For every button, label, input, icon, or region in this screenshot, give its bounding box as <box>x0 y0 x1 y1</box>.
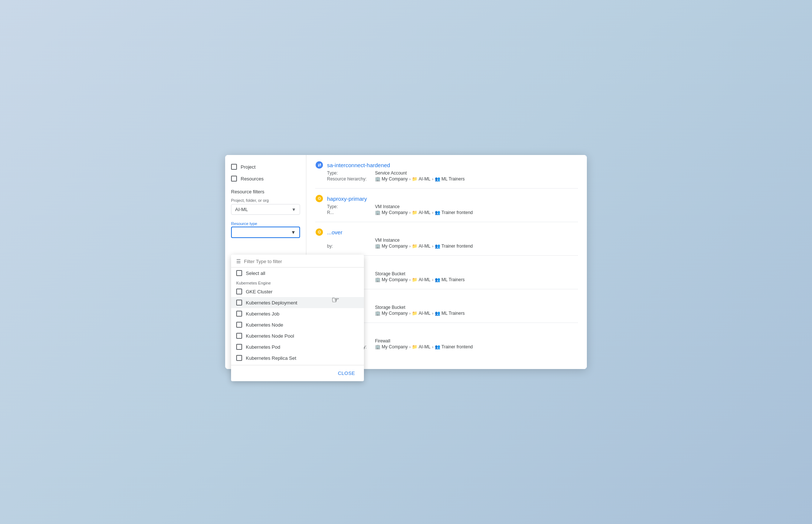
hier-group-3: Trainer frontend <box>441 244 473 249</box>
select-all-checkbox[interactable] <box>236 270 242 276</box>
sidebar-item-project[interactable]: Project <box>225 161 306 173</box>
resource-filters-title: Resource filters <box>231 189 300 194</box>
vm-icon-2: ⚙ <box>316 228 323 236</box>
hier-group-5: ML Trainers <box>441 311 465 316</box>
resource-link-over[interactable]: ...over <box>327 229 343 235</box>
k8s-node-label: Kubernetes Node <box>246 322 283 328</box>
k8s-deployment-checkbox[interactable] <box>236 300 242 306</box>
dropdown-item-k8s-node[interactable]: Kubernetes Node <box>231 319 364 330</box>
hier-sep-1: › <box>409 177 411 181</box>
k8s-replica-set-checkbox[interactable] <box>236 355 242 361</box>
chevron-down-icon-resource: ▼ <box>291 230 296 235</box>
k8s-job-label: Kubernetes Job <box>246 311 279 317</box>
resource-entry-sa-interconnect-hardened: ⇄ sa-interconnect-hardened Type: Service… <box>315 155 578 189</box>
k8s-node-checkbox[interactable] <box>236 322 242 328</box>
hierarchy-row-sa: Resource hierarchy: 🏢 My Company › 📁 AI-… <box>327 176 578 182</box>
dropdown-filter-input[interactable] <box>244 259 359 264</box>
hierarchy-row-over: by: 🏢My Company › 📁AI-ML › 👥Trainer fron… <box>327 244 578 249</box>
resource-entry-over: ⚙ ...over VM Instance by: 🏢My Company › … <box>315 222 578 256</box>
gke-cluster-checkbox[interactable] <box>236 289 242 294</box>
close-button[interactable]: CLOSE <box>334 368 359 378</box>
project-filter-select[interactable]: AI-ML ▼ <box>231 204 300 215</box>
dropdown-close-row: CLOSE <box>231 365 364 378</box>
group-icon: 👥 <box>435 176 440 182</box>
hier-sep-2: › <box>432 177 433 181</box>
dropdown-filter-row: ☰ <box>231 255 364 268</box>
hier-group-6: Trainer frontend <box>441 344 473 349</box>
hierarchy-row-wall: Resource hierarchy: 🏢My Company › 📁AI-ML… <box>327 344 578 349</box>
resource-type-label: Resource type <box>231 221 300 226</box>
resource-type-section: Resource type ▼ <box>225 218 306 238</box>
group-icon-4: 👥 <box>435 277 440 282</box>
type-row-3h: Storage Bucket <box>327 271 578 276</box>
hierarchy-row-haproxy: R... 🏢My Company › 📁AI-ML › 👥Trainer fro… <box>327 210 578 215</box>
hierarchy-label-haproxy: R... <box>327 210 375 215</box>
hierarchy-chain-haproxy: 🏢My Company › 📁AI-ML › 👥Trainer frontend <box>375 210 473 215</box>
k8s-pod-label: Kubernetes Pod <box>246 344 280 350</box>
group-icon-5: 👥 <box>435 311 440 316</box>
dropdown-item-k8s-deployment[interactable]: Kubernetes Deployment <box>231 297 364 308</box>
dropdown-item-k8s-job[interactable]: Kubernetes Job <box>231 308 364 319</box>
type-row-wall: Firewall <box>327 338 578 344</box>
k8s-node-pool-checkbox[interactable] <box>236 333 242 339</box>
hier-folder-6: AI-ML <box>419 344 430 349</box>
project-checkbox[interactable] <box>231 164 237 170</box>
company-icon-6: 🏢 <box>375 344 381 349</box>
hier-group-sa: 👥 ML Trainers <box>435 176 465 182</box>
project-filter-value: AI-ML <box>235 207 248 212</box>
hier-folder-2: AI-ML <box>419 210 430 215</box>
vm-icon: ⚙ <box>316 195 323 202</box>
folder-icon-3: 📁 <box>412 244 417 249</box>
dropdown-item-gke-cluster[interactable]: GKE Cluster <box>231 286 364 297</box>
filter-icon: ☰ <box>236 258 241 264</box>
dropdown-item-k8s-replica-set[interactable]: Kubernetes Replica Set <box>231 352 364 363</box>
dropdown-item-k8s-pod[interactable]: Kubernetes Pod <box>231 341 364 352</box>
company-icon-4: 🏢 <box>375 277 381 282</box>
hierarchy-row-3h: by: 🏢My Company › 📁AI-ML › 👥ML Trainers <box>327 277 578 282</box>
hier-folder-label: AI-ML <box>419 176 430 182</box>
hier-company-6: My Company <box>382 344 408 349</box>
k8s-deployment-label: Kubernetes Deployment <box>246 300 297 306</box>
service-account-icon: ⇄ <box>316 161 323 169</box>
type-value-haproxy: VM Instance <box>375 204 400 209</box>
hierarchy-chain-over: 🏢My Company › 📁AI-ML › 👥Trainer frontend <box>375 244 473 249</box>
sidebar-item-resources-label: Resources <box>241 176 264 182</box>
select-all-item[interactable]: Select all <box>231 268 364 279</box>
type-label-haproxy: Type: <box>327 204 375 209</box>
hier-company-2: My Company <box>382 210 408 215</box>
main-container: Project Resources Resource filters Proje… <box>225 155 587 369</box>
sidebar-item-resources[interactable]: Resources <box>225 173 306 185</box>
type-value-wall: Firewall <box>375 338 390 344</box>
resources-checkbox[interactable] <box>231 176 237 182</box>
company-icon-5: 🏢 <box>375 311 381 316</box>
company-icon: 🏢 <box>375 176 381 182</box>
k8s-replica-set-label: Kubernetes Replica Set <box>246 355 296 361</box>
kubernetes-engine-group: Kubernetes Engine <box>231 279 364 286</box>
folder-icon-4: 📁 <box>412 277 417 282</box>
type-value-2h: Storage Bucket <box>375 305 405 310</box>
resource-type-dropdown: ☰ Select all Kubernetes Engine GKE Clust… <box>231 255 364 381</box>
hier-company-5: My Company <box>382 311 408 316</box>
company-icon-3: 🏢 <box>375 244 381 249</box>
chevron-down-icon: ▼ <box>292 207 296 212</box>
k8s-pod-checkbox[interactable] <box>236 344 242 350</box>
hierarchy-chain-wall: 🏢My Company › 📁AI-ML › 👥Trainer frontend <box>375 344 473 349</box>
hier-folder-4: AI-ML <box>419 277 430 282</box>
resource-header-haproxy: ⚙ haproxy-primary <box>315 194 578 203</box>
dropdown-item-k8s-node-pool[interactable]: Kubernetes Node Pool <box>231 330 364 341</box>
type-row-sa: Type: Service Account <box>327 170 578 176</box>
type-row-2h: Storage Bucket <box>327 305 578 310</box>
resource-filters-section: Resource filters Project, folder, or org… <box>225 185 306 216</box>
dropdown-list: Select all Kubernetes Engine GKE Cluster… <box>231 268 364 363</box>
hierarchy-label-over: by: <box>327 244 375 249</box>
resource-entry-haproxy-primary: ⚙ haproxy-primary Type: VM Instance R...… <box>315 189 578 222</box>
hierarchy-chain-3h: 🏢My Company › 📁AI-ML › 👥ML Trainers <box>375 277 465 282</box>
resource-link-sa-interconnect[interactable]: sa-interconnect-hardened <box>327 162 390 168</box>
resource-type-select[interactable]: ▼ <box>231 227 300 238</box>
resource-link-haproxy[interactable]: haproxy-primary <box>327 196 367 202</box>
type-row-haproxy: Type: VM Instance <box>327 204 578 209</box>
gear-icon-over: ⚙ <box>315 228 323 236</box>
folder-icon: 📁 <box>412 176 417 182</box>
k8s-job-checkbox[interactable] <box>236 311 242 317</box>
folder-icon-2: 📁 <box>412 210 417 215</box>
